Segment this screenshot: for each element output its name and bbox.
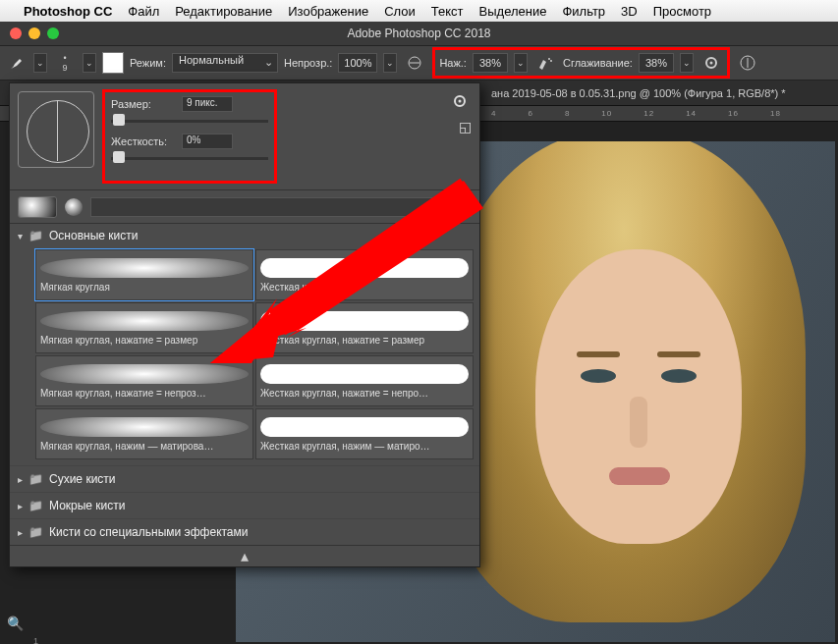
- menu-image[interactable]: Изображение: [288, 4, 368, 19]
- brush-angle-control[interactable]: [18, 91, 94, 168]
- panel-resize-handle[interactable]: ▴: [10, 545, 479, 566]
- menu-view[interactable]: Просмотр: [653, 4, 711, 19]
- svg-point-4: [709, 62, 712, 65]
- pressure-size-icon[interactable]: [736, 51, 759, 75]
- opacity-label: Непрозр.:: [284, 57, 332, 69]
- chevron-right-icon: ▸: [18, 474, 23, 485]
- smoothing-label: Сглаживание:: [563, 57, 633, 69]
- brush-preset-panel: Размер: 9 пикс. Жесткость: 0% ◱ ▾: [9, 82, 480, 567]
- menu-layers[interactable]: Слои: [384, 4, 416, 19]
- window-titlebar: Adobe Photoshop CC 2018: [0, 22, 838, 45]
- hardness-value[interactable]: 0%: [182, 134, 233, 149]
- folder-icon: [28, 472, 43, 486]
- options-bar: ⌄ •9 ⌄ Режим: Нормальный Непрозр.: 100% …: [0, 45, 838, 80]
- brush-search-input[interactable]: [90, 197, 472, 217]
- airbrush-icon[interactable]: [533, 51, 557, 75]
- brush-preview-icon[interactable]: •9: [53, 53, 77, 73]
- folder-main-brushes[interactable]: ▾ Основные кисти: [10, 224, 479, 247]
- portrait-face: [535, 249, 742, 544]
- opacity-value[interactable]: 100%: [338, 53, 377, 73]
- blend-mode-select[interactable]: Нормальный: [172, 53, 278, 73]
- brush-preset[interactable]: Жесткая круглая, нажатие = размер: [255, 302, 474, 353]
- folder-icon: [28, 525, 43, 539]
- window-title: Adobe Photoshop CC 2018: [0, 27, 838, 40]
- more-tools-icon[interactable]: ⋯: [2, 638, 28, 644]
- menu-file[interactable]: Файл: [128, 4, 159, 19]
- brush-preset[interactable]: Жесткая круглая, нажим — матиро…: [255, 408, 474, 459]
- brush-grid: Мягкая круглая Жесткая круглая Мягкая кр…: [10, 247, 479, 465]
- hardness-slider[interactable]: [111, 151, 268, 165]
- menu-filter[interactable]: Фильтр: [562, 4, 605, 19]
- brush-preset[interactable]: Мягкая круглая: [35, 249, 253, 300]
- workspace: Размер: 9 пикс. Жесткость: 0% ◱ ▾: [0, 122, 838, 644]
- brush-tool-icon[interactable]: [6, 52, 28, 74]
- menu-3d[interactable]: 3D: [621, 4, 638, 19]
- folder-label: Основные кисти: [49, 229, 138, 242]
- tool-preset-dropdown[interactable]: ⌄: [33, 53, 47, 73]
- brush-tip-preview: [65, 198, 83, 216]
- brush-preset[interactable]: Мягкая круглая, нажатие = размер: [35, 302, 253, 353]
- smoothing-value[interactable]: 38%: [639, 53, 674, 73]
- svg-point-2: [550, 60, 552, 62]
- svg-point-7: [459, 100, 462, 103]
- highlight-size-hardness: Размер: 9 пикс. Жесткость: 0%: [102, 89, 277, 184]
- panel-new-window-icon[interactable]: ◱: [459, 119, 472, 134]
- pressure-opacity-icon[interactable]: [403, 51, 426, 75]
- tools-strip: 🔍 ⋯: [2, 611, 31, 644]
- brush-preset[interactable]: Мягкая круглая, нажатие = непроз…: [35, 355, 253, 406]
- brush-preset[interactable]: Жесткая круглая, нажатие = непро…: [255, 355, 474, 406]
- menu-select[interactable]: Выделение: [479, 4, 547, 19]
- folder-wet-brushes[interactable]: ▸ Мокрые кисти: [10, 492, 479, 518]
- brush-picker-dropdown[interactable]: ⌄: [83, 53, 96, 73]
- current-brush-preview[interactable]: [18, 196, 57, 218]
- highlight-pressure-smoothing: Наж.: 38% ⌄ Сглаживание: 38% ⌄: [432, 47, 730, 79]
- layer-indicator: 12: [33, 636, 38, 644]
- menubar-app[interactable]: Photoshop CC: [24, 4, 112, 19]
- chevron-right-icon: ▸: [18, 527, 23, 538]
- folder-icon: [28, 229, 43, 242]
- folder-icon: [28, 499, 43, 512]
- folder-special-brushes[interactable]: ▸ Кисти со специальными эффектами: [10, 518, 479, 545]
- zoom-tool-icon[interactable]: 🔍: [2, 611, 28, 636]
- macos-menubar: Photoshop CC Файл Редактирование Изображ…: [0, 0, 838, 22]
- panel-settings-icon[interactable]: [448, 89, 472, 113]
- chevron-right-icon: ▸: [18, 501, 23, 511]
- smoothing-settings-icon[interactable]: [699, 51, 723, 75]
- size-slider[interactable]: [111, 114, 268, 128]
- hardness-label: Жесткость:: [111, 135, 182, 147]
- menu-edit[interactable]: Редактирование: [175, 4, 272, 19]
- brush-panel-toggle-icon[interactable]: [102, 52, 124, 74]
- smoothing-dropdown[interactable]: ⌄: [680, 53, 694, 73]
- svg-point-1: [548, 58, 550, 60]
- brush-preset[interactable]: Мягкая круглая, нажим — матирова…: [35, 408, 253, 459]
- pressure-label: Наж.:: [439, 57, 467, 69]
- brush-preset[interactable]: Жесткая круглая: [255, 249, 474, 300]
- folder-dry-brushes[interactable]: ▸ Сухие кисти: [10, 465, 479, 492]
- menu-text[interactable]: Текст: [431, 4, 464, 19]
- mode-label: Режим:: [130, 57, 166, 69]
- size-value[interactable]: 9 пикс.: [182, 96, 233, 112]
- size-label: Размер:: [111, 98, 182, 110]
- pressure-dropdown[interactable]: ⌄: [514, 53, 528, 73]
- chevron-down-icon: ▾: [18, 231, 23, 242]
- opacity-dropdown[interactable]: ⌄: [383, 53, 397, 73]
- pressure-value[interactable]: 38%: [473, 53, 508, 73]
